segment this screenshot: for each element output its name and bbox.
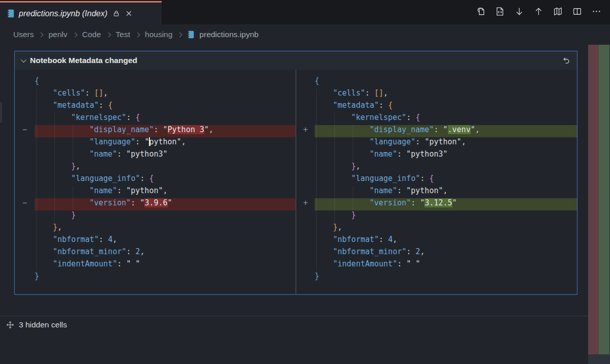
indent-guide (334, 113, 335, 125)
code-line[interactable]: }, (315, 223, 577, 235)
code-line[interactable]: }, (35, 162, 295, 174)
code-line[interactable]: "metadata": { (315, 101, 577, 113)
code-line[interactable]: } (315, 271, 577, 284)
code-line[interactable]: "language": "python", (315, 137, 577, 149)
diff-change-sign (15, 101, 35, 113)
previous-change-button[interactable] (533, 6, 544, 17)
diff-change-sign (15, 210, 35, 223)
code-line[interactable]: "nbformat": 4, (35, 235, 295, 247)
code-line[interactable]: "kernelspec": { (35, 113, 295, 125)
code-line[interactable]: "nbformat_minor": 2, (35, 247, 295, 259)
diff-change-sign (296, 174, 315, 186)
code-line[interactable]: } (315, 210, 577, 223)
diff-change-sign (296, 210, 315, 223)
diff-pane-original: −− {"cells": [],"metadata": {"kernelspec… (15, 70, 295, 294)
indent-guide (316, 247, 317, 259)
code-line[interactable]: } (35, 210, 295, 223)
code-line[interactable]: }, (315, 162, 577, 174)
diff-change-sign (296, 88, 315, 101)
indent-guide (36, 259, 37, 271)
close-icon (125, 10, 133, 17)
code-line[interactable]: "indentAmount": " " (315, 259, 577, 271)
indent-guide (36, 186, 37, 198)
code-line[interactable]: { (315, 76, 577, 88)
revert-metadata-button[interactable] (560, 55, 572, 67)
breadcrumb-item-file[interactable]: predictions.ipynb (199, 30, 258, 39)
chevron-right-icon (72, 32, 77, 37)
more-actions-button[interactable] (591, 6, 602, 17)
code-line[interactable]: }, (35, 223, 295, 235)
indent-guide (334, 186, 335, 198)
indent-guide (36, 88, 37, 101)
indent-guide (316, 162, 317, 174)
breadcrumb-item-users[interactable]: Users (13, 30, 34, 39)
indent-guide (334, 125, 335, 137)
diff-change-sign: + (296, 125, 315, 137)
tab-title: predictions.ipynb (Index) (19, 9, 107, 18)
indent-guide (54, 186, 55, 198)
diff-code-modified[interactable]: {"cells": [],"metadata": {"kernelspec": … (315, 70, 577, 294)
breadcrumb-item-test[interactable]: Test (116, 30, 130, 39)
indent-guide (36, 125, 37, 137)
code-line[interactable]: "nbformat": 4, (315, 235, 577, 247)
code-line[interactable]: "display_name": ".venv", (315, 125, 577, 137)
code-line[interactable]: "name": "python", (35, 186, 295, 198)
breadcrumb-item-code[interactable]: Code (82, 30, 101, 39)
file-code-icon (495, 6, 505, 17)
code-line[interactable]: "language": "python", (35, 137, 295, 149)
code-line[interactable]: } (35, 271, 295, 284)
code-line[interactable]: "version": "3.9.6" (35, 198, 295, 210)
code-line[interactable]: "language_info": { (315, 174, 577, 186)
diff-change-sign (296, 259, 315, 271)
chevron-right-icon (39, 32, 44, 37)
open-source-file-button[interactable] (495, 6, 505, 17)
indent-guide (36, 162, 37, 174)
diff-change-sign (296, 223, 315, 235)
diff-change-sign (15, 88, 35, 101)
indent-guide (73, 149, 73, 162)
code-line[interactable]: "kernelspec": { (315, 113, 577, 125)
breadcrumb-item-housing[interactable]: housing (145, 30, 172, 39)
indent-guide (316, 113, 317, 125)
code-line[interactable]: "cells": [], (315, 88, 577, 101)
indent-guide (316, 198, 317, 210)
editor-toolbar (475, 6, 602, 17)
diff-editor: −− {"cells": [],"metadata": {"kernelspec… (15, 70, 577, 294)
code-line[interactable]: "language_info": { (35, 174, 295, 186)
revert-file-button[interactable] (475, 6, 486, 17)
code-line[interactable]: "nbformat_minor": 2, (315, 247, 577, 259)
diff-change-sign (296, 101, 315, 113)
diff-change-sign (15, 186, 35, 198)
code-line[interactable]: { (35, 76, 295, 88)
editor-tab-bar: predictions.ipynb (Index) (0, 0, 610, 24)
indent-guide (353, 149, 353, 162)
diff-code-original[interactable]: {"cells": [],"metadata": {"kernelspec": … (35, 70, 295, 294)
diff-pane-modified: ++ {"cells": [],"metadata": {"kernelspec… (296, 70, 577, 294)
indent-guide (36, 149, 37, 162)
map-view-button[interactable] (553, 6, 563, 17)
breadcrumb-item-penlv[interactable]: penlv (48, 30, 67, 39)
diff-panel-header[interactable]: Notebook Metadata changed (15, 51, 577, 70)
code-line[interactable]: "name": "python3" (315, 149, 577, 162)
code-line[interactable]: "metadata": { (35, 101, 295, 113)
close-tab-button[interactable] (125, 10, 133, 17)
indent-guide (54, 125, 55, 137)
indent-guide (54, 113, 55, 125)
code-line[interactable]: "display_name": "Python 3", (35, 125, 295, 137)
code-line[interactable]: "indentAmount": " " (35, 259, 295, 271)
indent-guide (54, 174, 55, 186)
tab-predictions-ipynb[interactable]: predictions.ipynb (Index) (0, 1, 162, 24)
code-line[interactable]: "cells": [], (35, 88, 295, 101)
chevron-down-icon (21, 57, 26, 63)
hidden-cells-row[interactable]: 3 hidden cells (0, 316, 594, 333)
indent-guide (316, 149, 317, 162)
code-line[interactable]: "version": "3.12.5" (315, 198, 577, 210)
indent-guide (316, 137, 317, 149)
diff-change-sign (15, 162, 35, 174)
undo-icon (561, 56, 571, 66)
code-line[interactable]: "name": "python", (315, 186, 577, 198)
split-editor-button[interactable] (572, 6, 583, 17)
code-line[interactable]: "name": "python3" (35, 149, 295, 162)
notebook-metadata-diff-panel: Notebook Metadata changed −− {"cells": [… (14, 51, 577, 295)
next-change-button[interactable] (514, 6, 525, 17)
